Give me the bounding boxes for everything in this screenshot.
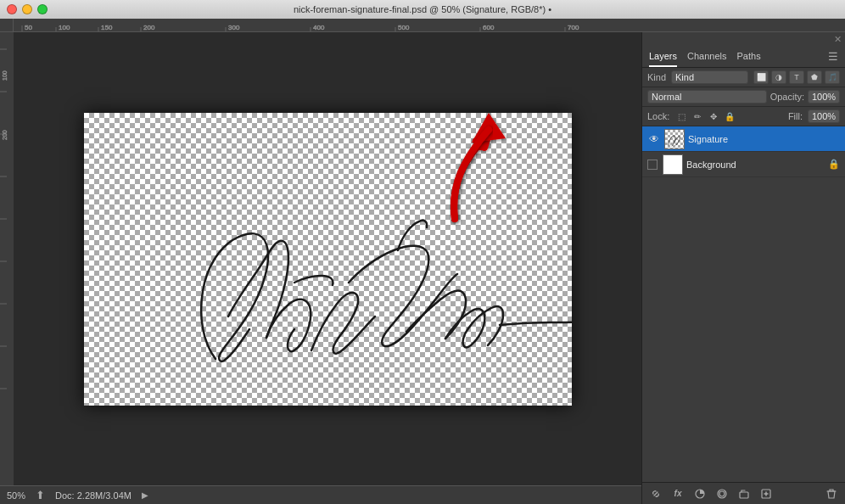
- lock-paint-icon[interactable]: ✏: [691, 110, 704, 122]
- layer-group-button[interactable]: [734, 485, 754, 502]
- svg-rect-0: [14, 19, 845, 32]
- svg-text:700: 700: [568, 24, 579, 31]
- layer-item-background[interactable]: Background 🔒: [642, 152, 845, 177]
- svg-rect-19: [0, 32, 14, 485]
- horizontal-ruler: 50 100 150 200 300 400 500 600 700: [14, 19, 845, 32]
- blend-mode-dropdown[interactable]: Normal: [647, 90, 767, 104]
- close-button[interactable]: [7, 4, 17, 14]
- lock-icons: ⬚ ✏ ✥ 🔒: [674, 110, 736, 122]
- layer-thumbnail-background: [663, 154, 683, 175]
- panel-top-close-row: ✕: [642, 32, 845, 46]
- panel-header: Layers Channels Paths ☰: [642, 46, 845, 68]
- status-bar: 50% ⬆ Doc: 2.28M/3.04M ▶: [0, 485, 641, 504]
- window-title: nick-foreman-signature-final.psd @ 50% (…: [294, 4, 551, 14]
- signature-layer: [84, 113, 572, 406]
- fill-label: Fill:: [788, 111, 803, 121]
- svg-text:200: 200: [143, 24, 155, 31]
- layers-panel: ✕ Layers Channels Paths ☰ Kind Kind: [641, 32, 845, 504]
- lock-transparent-icon[interactable]: ⬚: [674, 110, 688, 122]
- kind-label: Kind: [647, 72, 666, 82]
- svg-text:100: 100: [2, 70, 8, 81]
- opacity-value[interactable]: 100%: [808, 90, 840, 104]
- layer-thumbnail-signature: [664, 129, 685, 149]
- layers-list: 👁 Signature Background 🔒: [642, 126, 845, 482]
- link-layers-button[interactable]: [646, 485, 666, 502]
- panel-tabs: Layers Channels Paths: [649, 46, 761, 67]
- svg-text:400: 400: [313, 24, 325, 31]
- panel-menu-icon[interactable]: ☰: [828, 50, 838, 63]
- svg-text:300: 300: [228, 24, 240, 31]
- layer-name-background: Background: [686, 160, 825, 170]
- canvas-area: 100 200: [0, 32, 641, 504]
- svg-text:600: 600: [483, 24, 495, 31]
- title-bar: nick-foreman-signature-final.psd @ 50% (…: [0, 0, 845, 19]
- panel-collapse-icon[interactable]: ✕: [834, 35, 842, 44]
- kind-filter-icons: ⬜ ◑ T ⬟ 🎵: [753, 70, 840, 84]
- kind-dropdown[interactable]: Kind: [671, 70, 748, 84]
- lock-row: Lock: ⬚ ✏ ✥ 🔒 Fill: 100%: [642, 107, 845, 126]
- opacity-label: Opacity:: [770, 92, 804, 102]
- main-area: 100 200: [0, 32, 845, 504]
- svg-rect-35: [740, 492, 748, 498]
- canvas-document: [84, 113, 572, 406]
- new-fill-layer-button[interactable]: [690, 485, 710, 502]
- kind-row: Kind Kind ⬜ ◑ T ⬟ 🎵: [642, 68, 845, 87]
- export-icon[interactable]: ⬆: [36, 489, 45, 501]
- tab-layers[interactable]: Layers: [649, 46, 677, 67]
- canvas-with-ruler: 100 200: [0, 32, 641, 485]
- svg-text:150: 150: [101, 24, 113, 31]
- fx-button[interactable]: fx: [668, 485, 688, 502]
- minimize-button[interactable]: [22, 4, 32, 14]
- filter-type-icon[interactable]: T: [789, 70, 804, 84]
- svg-text:50: 50: [25, 24, 32, 31]
- layer-lock-icon-background: 🔒: [828, 159, 840, 170]
- svg-point-34: [719, 491, 725, 496]
- layer-visibility-signature[interactable]: 👁: [647, 132, 661, 146]
- tab-channels[interactable]: Channels: [687, 46, 726, 67]
- svg-text:100: 100: [59, 24, 70, 31]
- svg-text:500: 500: [398, 24, 410, 31]
- lock-move-icon[interactable]: ✥: [707, 110, 720, 122]
- new-layer-button[interactable]: [756, 485, 776, 502]
- fill-value[interactable]: 100%: [808, 109, 840, 123]
- vertical-ruler: 100 200: [0, 32, 14, 485]
- filter-pixel-icon[interactable]: ⬜: [753, 70, 769, 84]
- layers-toolbar: fx: [642, 482, 845, 504]
- layer-item-signature[interactable]: 👁 Signature: [642, 126, 845, 152]
- layer-visibility-checkbox-background[interactable]: [647, 160, 658, 170]
- lock-all-icon[interactable]: 🔒: [723, 110, 736, 122]
- window-controls: [7, 4, 48, 14]
- zoom-level: 50%: [7, 490, 25, 501]
- doc-size: Doc: 2.28M/3.04M: [55, 490, 132, 501]
- svg-text:200: 200: [2, 130, 8, 140]
- tab-paths[interactable]: Paths: [737, 46, 761, 67]
- filter-smart-icon[interactable]: 🎵: [825, 70, 840, 84]
- blend-row: Normal Opacity: 100%: [642, 87, 845, 107]
- ruler-top-row: 50 100 150 200 300 400 500 600 700: [0, 19, 845, 32]
- maximize-button[interactable]: [37, 4, 48, 14]
- layer-name-signature: Signature: [688, 134, 840, 144]
- canvas-viewport[interactable]: [14, 32, 641, 485]
- lock-label: Lock:: [647, 111, 669, 121]
- filter-shape-icon[interactable]: ⬟: [807, 70, 822, 84]
- new-adjustment-layer-button[interactable]: [712, 485, 732, 502]
- doc-size-arrow[interactable]: ▶: [142, 490, 148, 500]
- ruler-corner: [0, 19, 14, 32]
- filter-adjustment-icon[interactable]: ◑: [771, 70, 786, 84]
- delete-layer-button[interactable]: [821, 485, 842, 502]
